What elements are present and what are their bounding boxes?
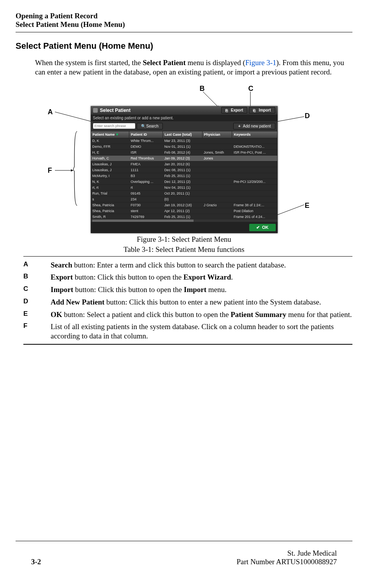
col-patient-id[interactable]: Patient ID <box>129 131 163 138</box>
row-F: F List of all existing patients in the s… <box>23 322 352 341</box>
table-row[interactable]: Lisauskas, J1111Dec 08, 2011 (1) <box>91 167 277 173</box>
cell <box>232 167 277 173</box>
cell <box>202 208 232 214</box>
search-input[interactable]: Enter search phrase <box>93 123 135 129</box>
cell: 234 <box>129 196 163 202</box>
text: List of <box>51 322 72 331</box>
table-bottom-rule <box>23 344 352 345</box>
table-row[interactable]: N, KOverlapping ...Dec 12, 2011 (2)Pre-P… <box>91 179 277 184</box>
cell: Nov 01, 2011 (1) <box>163 143 202 149</box>
text: button: Click this button to open the <box>73 273 183 281</box>
text: Export <box>51 273 73 281</box>
header-rule <box>16 32 352 32</box>
check-icon: ✔ <box>256 225 260 230</box>
page-number: 3-2 <box>31 558 41 566</box>
cell: White Throm... <box>129 138 163 143</box>
table-top-rule <box>23 256 352 257</box>
table-row[interactable]: Shea, PatriciaF0730Jan 19, 2012 (18)J Gr… <box>91 202 277 208</box>
cell <box>202 196 232 202</box>
cell: Jones <box>202 155 232 161</box>
cell: 1111 <box>129 167 163 173</box>
footer-company: St. Jude Medical <box>237 549 337 558</box>
row-C: C Import button: Click this button to op… <box>23 285 352 294</box>
table-row[interactable]: rt, rtrtNov 04, 2011 (1) <box>91 184 277 190</box>
cell: Overlapping ... <box>129 179 163 184</box>
table-row[interactable]: s234 (0) <box>91 196 277 202</box>
cell: ISR <box>129 149 163 155</box>
cell: Lisauskas, J <box>91 161 129 167</box>
ok-button[interactable]: ✔OK <box>249 224 276 231</box>
text: all existing patients in the system data… <box>51 322 334 340</box>
table-row[interactable]: Run, Trial09145Oct 20, 2011 (1) <box>91 190 277 196</box>
page-footer: 3-2 St. Jude Medical Part Number ARTUS10… <box>31 549 337 566</box>
cell: Jan 20, 2012 (6) <box>163 161 202 167</box>
search-button[interactable]: 🔍Search <box>137 123 163 129</box>
cell: 7429789 <box>129 214 163 220</box>
cell: Dec 12, 2011 (2) <box>163 179 202 184</box>
callout-D: D <box>305 112 310 120</box>
col-physician[interactable]: Physician <box>202 131 232 138</box>
cell <box>202 143 232 149</box>
table-row[interactable]: McMurtry, IB3Feb 25, 2011 (1) <box>91 173 277 179</box>
table-row[interactable]: Smith, R7429789Feb 25, 2011 (1)Frame 201… <box>91 214 277 220</box>
callout-B: B <box>200 85 205 93</box>
cell: J Grazio <box>202 202 232 208</box>
col-last-case[interactable]: Last Case (total) <box>163 131 202 138</box>
col-patient-name[interactable]: Patient Name▼ <box>91 131 129 138</box>
import-button[interactable]: ⎗Import <box>249 107 275 113</box>
cell: FMEA <box>129 161 163 167</box>
row-B: B Export button: Click this button to op… <box>23 273 352 282</box>
figure-caption: Figure 3-1: Select Patient Menu <box>16 235 352 244</box>
table-row[interactable]: Lisauskas, JFMEAJan 20, 2012 (6) <box>91 161 277 167</box>
cell: Feb 08, 2012 (4) <box>163 149 202 155</box>
cell: Lisauskas, J <box>91 167 129 173</box>
callout-E: E <box>305 202 310 210</box>
key-A: A <box>23 260 51 268</box>
app-icon <box>93 108 98 113</box>
text: button: Click this button to enter a new… <box>104 298 321 306</box>
text: button: Enter a term and click this butt… <box>72 261 286 269</box>
text: Search <box>51 261 72 269</box>
cell: McMurtry, I <box>91 173 129 179</box>
cell <box>202 184 232 190</box>
running-header-line1: Opening a Patient Record <box>16 12 352 20</box>
cell: Post Dilation <box>232 208 277 214</box>
cell: Jan 09, 2012 (3) <box>163 155 202 161</box>
table-row[interactable]: H, EISRFeb 08, 2012 (4)Jones, SmithISR P… <box>91 149 277 155</box>
cell <box>232 155 277 161</box>
function-table: A Search button: Enter a term and click … <box>23 260 352 341</box>
add-new-patient-button[interactable]: +Add new patient <box>233 123 275 129</box>
cell: Jan 19, 2012 (18) <box>163 202 202 208</box>
text: OK <box>51 310 62 319</box>
key-B: B <box>23 273 51 280</box>
cell <box>202 190 232 196</box>
cell: Mar 23, 2011 (3) <box>163 138 202 143</box>
para-text: When the system is first started, the <box>35 58 143 67</box>
cell: DEMO <box>129 143 163 149</box>
cell: (0) <box>163 196 202 202</box>
table-caption: Table 3-1: Select Patient Menu functions <box>16 245 352 254</box>
cell: Dec 08, 2011 (1) <box>163 167 202 173</box>
table-row[interactable]: Shea, PatriciastentApr 12, 2011 (2)Post … <box>91 208 277 214</box>
cell <box>232 161 277 167</box>
text: button: Select a patient and click this … <box>62 310 231 319</box>
para-bold: Select Patient <box>143 58 186 67</box>
cell <box>202 167 232 173</box>
window-titlebar: Select Patient ⎘Export ⎗Import <box>91 106 278 115</box>
figure-ref-link[interactable]: Figure 3-1 <box>245 58 276 67</box>
cell: Shea, Patricia <box>91 202 129 208</box>
window-title: Select Patient <box>100 108 131 113</box>
cell <box>232 138 277 143</box>
cell: Shea, Patricia <box>91 208 129 214</box>
import-icon: ⎗ <box>253 108 257 112</box>
cell: stent <box>129 208 163 214</box>
table-row[interactable]: D, KWhite Throm...Mar 23, 2011 (3) <box>91 138 277 143</box>
cell <box>202 173 232 179</box>
cell: Demo, FFR <box>91 143 129 149</box>
table-row[interactable]: Demo, FFRDEMONov 01, 2011 (1)DEMONSTRATI… <box>91 143 277 149</box>
table-row[interactable]: Horvath, CRed ThrombusJan 09, 2012 (3)Jo… <box>91 155 277 161</box>
row-E: E OK button: Select a patient and click … <box>23 310 352 319</box>
export-button[interactable]: ⎘Export <box>221 107 248 113</box>
col-keywords[interactable]: Keywords <box>232 131 277 138</box>
callout-C: C <box>248 85 254 93</box>
